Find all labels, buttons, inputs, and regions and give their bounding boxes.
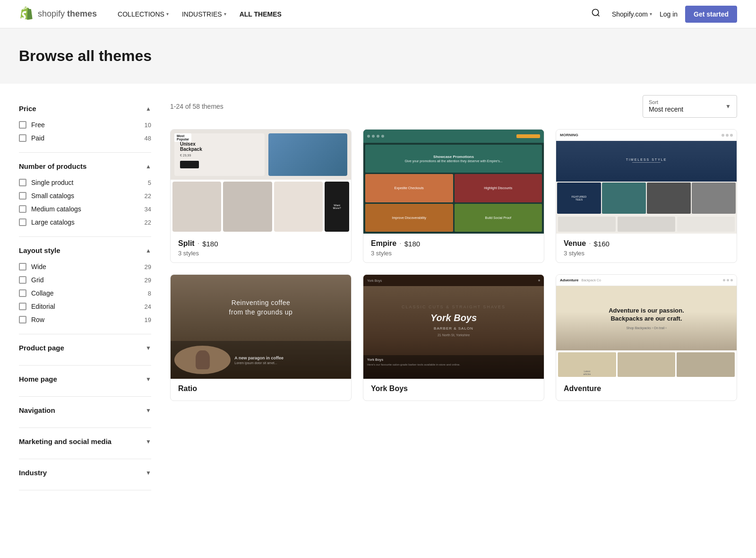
filter-count-paid: 48 bbox=[145, 135, 151, 142]
login-button[interactable]: Log in bbox=[660, 10, 678, 18]
shopify-logo-icon bbox=[19, 7, 34, 22]
theme-card-empire[interactable]: Showcase PromotionsGive your promotions … bbox=[363, 129, 544, 263]
sort-label-area: Sort Most recent bbox=[649, 99, 683, 113]
sort-dropdown[interactable]: Sort Most recent ▼ bbox=[643, 95, 737, 118]
filter-label-large: Large catalogs bbox=[31, 218, 140, 226]
theme-preview-adventure: Adventure Backpack Co Adventure is our p… bbox=[556, 275, 737, 379]
filter-checkbox-row[interactable] bbox=[19, 316, 26, 323]
theme-info-york: York Boys bbox=[363, 379, 544, 401]
filter-navigation-chevron-icon: ▼ bbox=[146, 407, 151, 414]
filter-industry: Industry ▼ bbox=[19, 459, 151, 490]
filter-product-page-chevron-icon: ▼ bbox=[146, 345, 151, 351]
content-header: 1-24 of 58 themes Sort Most recent ▼ bbox=[170, 95, 737, 118]
filter-checkbox-large[interactable] bbox=[19, 218, 26, 226]
filter-industry-title: Industry bbox=[19, 469, 47, 477]
filter-marketing-title: Marketing and social media bbox=[19, 437, 112, 445]
filter-checkbox-medium[interactable] bbox=[19, 205, 26, 213]
filter-checkbox-collage[interactable] bbox=[19, 289, 26, 297]
get-started-button[interactable]: Get started bbox=[685, 6, 737, 23]
filter-navigation-title: Navigation bbox=[19, 406, 55, 414]
filter-option-editorial: Editorial 24 bbox=[19, 300, 151, 313]
mock-split-bottom: WantMore? bbox=[171, 180, 351, 234]
filter-label-wide: Wide bbox=[31, 263, 140, 270]
main-nav: COLLECTIONS ▾ INDUSTRIES ▾ ALL THEMES bbox=[112, 7, 587, 22]
filter-number-title: Number of products bbox=[19, 162, 86, 170]
filter-price: Price ▲ Free 10 Paid 48 bbox=[19, 95, 151, 153]
logo-link[interactable]: shopify themes bbox=[19, 7, 97, 22]
filter-option-paid: Paid 48 bbox=[19, 131, 151, 145]
mock-empire-layout: Showcase PromotionsGive your promotions … bbox=[363, 130, 544, 234]
filter-count-editorial: 24 bbox=[145, 303, 151, 310]
nav-all-themes[interactable]: ALL THEMES bbox=[234, 7, 287, 22]
filter-count-collage: 8 bbox=[148, 290, 151, 297]
theme-styles-empire: 3 styles bbox=[371, 250, 536, 257]
theme-info-ratio: Ratio bbox=[171, 379, 351, 401]
filter-product-page: Product page ▼ bbox=[19, 334, 151, 366]
filter-option-wide: Wide 29 bbox=[19, 260, 151, 273]
filter-checkbox-single[interactable] bbox=[19, 179, 26, 186]
theme-grid: UnisexBackpack € 29,99 MostPopular bbox=[170, 129, 737, 401]
svg-point-0 bbox=[592, 9, 598, 16]
filter-number-options: Single product 5 Small catalogs 22 Mediu… bbox=[19, 176, 151, 229]
theme-card-venue[interactable]: MORNING TIMELESS STYLE bbox=[556, 129, 737, 263]
theme-name-york: York Boys bbox=[371, 384, 408, 393]
filter-price-options: Free 10 Paid 48 bbox=[19, 118, 151, 145]
filter-checkbox-small[interactable] bbox=[19, 192, 26, 200]
theme-preview-ratio: Reinventing coffeefrom the grounds up A … bbox=[171, 275, 351, 379]
theme-styles-venue: 3 styles bbox=[564, 250, 729, 257]
theme-price-empire: $180 bbox=[404, 240, 420, 248]
filter-product-page-header[interactable]: Product page ▼ bbox=[19, 342, 151, 354]
theme-info-venue: Venue · $160 3 styles bbox=[556, 234, 737, 262]
filter-price-header[interactable]: Price ▲ bbox=[19, 103, 151, 114]
filter-label-row: Row bbox=[31, 316, 140, 323]
filter-layout-options: Wide 29 Grid 29 Collage 8 Editorial 24 bbox=[19, 260, 151, 326]
filter-count-grid: 29 bbox=[145, 277, 151, 284]
filter-number-of-products: Number of products ▲ Single product 5 Sm… bbox=[19, 153, 151, 237]
filter-label-free: Free bbox=[31, 121, 140, 129]
filter-navigation-header[interactable]: Navigation ▼ bbox=[19, 404, 151, 416]
filter-checkbox-editorial[interactable] bbox=[19, 303, 26, 310]
sidebar: Price ▲ Free 10 Paid 48 Number of produc… bbox=[19, 95, 151, 490]
filter-checkbox-paid[interactable] bbox=[19, 134, 26, 142]
filter-number-header[interactable]: Number of products ▲ bbox=[19, 160, 151, 172]
page-title: Browse all themes bbox=[19, 47, 737, 65]
shopify-com-chevron-icon: ▾ bbox=[650, 11, 652, 17]
theme-name-venue: Venue bbox=[564, 239, 586, 248]
shopify-com-link[interactable]: Shopify.com ▾ bbox=[612, 10, 652, 18]
theme-name-adventure: Adventure bbox=[564, 384, 601, 393]
filter-checkbox-wide[interactable] bbox=[19, 263, 26, 270]
filter-count-single: 5 bbox=[148, 179, 151, 186]
theme-card-split[interactable]: UnisexBackpack € 29,99 MostPopular bbox=[170, 129, 352, 263]
filter-marketing-header[interactable]: Marketing and social media ▼ bbox=[19, 436, 151, 447]
filter-option-medium: Medium catalogs 34 bbox=[19, 202, 151, 216]
filter-count-free: 10 bbox=[145, 122, 151, 129]
nav-industries[interactable]: INDUSTRIES ▾ bbox=[176, 7, 232, 22]
site-header: shopify themes COLLECTIONS ▾ INDUSTRIES … bbox=[0, 0, 756, 28]
filter-marketing: Marketing and social media ▼ bbox=[19, 428, 151, 459]
filter-checkbox-free[interactable] bbox=[19, 121, 26, 129]
filter-label-grid: Grid bbox=[31, 276, 140, 284]
filter-option-large: Large catalogs 22 bbox=[19, 216, 151, 229]
search-button[interactable] bbox=[587, 4, 604, 24]
filter-price-title: Price bbox=[19, 105, 36, 113]
theme-card-york[interactable]: York Boys CLASSIC CUTS & STRAIGHT SHAVES… bbox=[363, 274, 544, 401]
filter-label-editorial: Editorial bbox=[31, 303, 140, 310]
theme-preview-venue: MORNING TIMELESS STYLE bbox=[556, 130, 737, 234]
filter-layout-header[interactable]: Layout style ▲ bbox=[19, 244, 151, 256]
results-count: 1-24 of 58 themes bbox=[170, 103, 223, 110]
nav-collections[interactable]: COLLECTIONS ▾ bbox=[112, 7, 174, 22]
filter-count-large: 22 bbox=[145, 219, 151, 226]
filter-home-page-title: Home page bbox=[19, 375, 57, 383]
filter-navigation: Navigation ▼ bbox=[19, 397, 151, 428]
theme-preview-empire: Showcase PromotionsGive your promotions … bbox=[363, 130, 544, 234]
filter-checkbox-grid[interactable] bbox=[19, 276, 26, 284]
filter-industry-header[interactable]: Industry ▼ bbox=[19, 467, 151, 479]
theme-card-ratio[interactable]: Reinventing coffeefrom the grounds up A … bbox=[170, 274, 352, 401]
filter-option-collage: Collage 8 bbox=[19, 287, 151, 300]
filter-industry-chevron-icon: ▼ bbox=[146, 470, 151, 476]
filter-home-page-header[interactable]: Home page ▼ bbox=[19, 373, 151, 385]
mock-venue-layout: MORNING TIMELESS STYLE bbox=[556, 130, 737, 234]
theme-card-adventure[interactable]: Adventure Backpack Co Adventure is our p… bbox=[556, 274, 737, 401]
sort-chevron-icon: ▼ bbox=[725, 103, 731, 110]
filter-layout-chevron-icon: ▲ bbox=[146, 247, 151, 254]
